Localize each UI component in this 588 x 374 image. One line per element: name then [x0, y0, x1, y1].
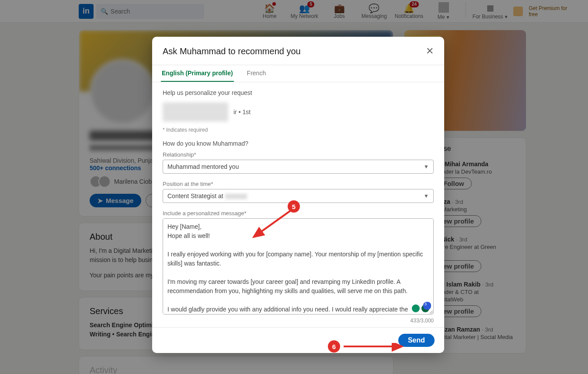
message-label: Include a personalized message* [163, 210, 434, 217]
svg-line-0 [254, 211, 290, 237]
tab-french[interactable]: French [246, 65, 267, 82]
required-note: * Indicates required [163, 127, 434, 133]
chevron-down-icon: ▼ [424, 164, 429, 170]
help-text: Help us personalize your request [163, 89, 434, 96]
grammar-ext-icon[interactable]: 3 [421, 304, 429, 312]
step-marker-6: 6 [328, 340, 340, 353]
modal-title: Ask Muhammad to recommend you [163, 46, 301, 56]
tab-english[interactable]: English (Primary profile) [161, 65, 234, 82]
position-label: Position at the time* [163, 181, 434, 187]
recommender-chip: ir • 1st [163, 102, 434, 122]
relationship-label: Relationship* [163, 151, 434, 158]
message-textarea[interactable] [163, 218, 434, 315]
recommender-avatar [163, 102, 228, 122]
close-button[interactable]: ✕ [424, 44, 435, 59]
chevron-down-icon: ▼ [424, 193, 429, 199]
recommendation-modal: Ask Muhammad to recommend you ✕ English … [152, 37, 444, 353]
char-count: 433/3,000 [163, 318, 434, 324]
ext-count-badge: 3 [423, 302, 431, 310]
grammar-ext-icon[interactable] [412, 304, 420, 312]
relationship-value: Muhammad mentored you [167, 163, 239, 170]
relationship-select[interactable]: Muhammad mentored you ▼ [163, 160, 434, 174]
position-select[interactable]: Content Strategist at ▼ [163, 189, 434, 203]
question-label: How do you know Muhammad? [163, 140, 434, 147]
extension-badges[interactable]: 3 [412, 304, 429, 312]
position-value: Content Strategist at [167, 192, 247, 199]
annotation-arrow-icon [248, 208, 296, 243]
language-tabs: English (Primary profile) French [152, 65, 444, 82]
close-icon: ✕ [426, 45, 434, 56]
recommender-name: ir • 1st [233, 108, 251, 115]
position-company-redacted [225, 194, 247, 199]
step-marker-5: 5 [288, 200, 300, 213]
annotation-arrow-icon [342, 343, 407, 352]
